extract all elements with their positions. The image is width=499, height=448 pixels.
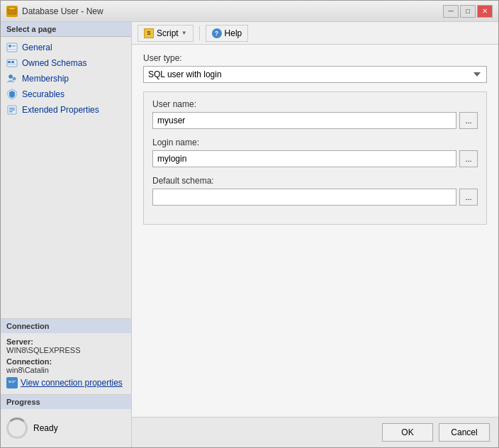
login-name-input-row: ...: [152, 150, 478, 167]
login-name-input[interactable]: [152, 150, 456, 167]
form-section-box: User name: ... Login name: ... Default s…: [143, 91, 487, 225]
help-icon: ?: [212, 28, 222, 38]
svg-rect-16: [9, 111, 13, 112]
server-label: Server:: [6, 337, 125, 346]
progress-section: Progress Ready: [1, 394, 131, 447]
progress-status: Ready: [33, 423, 58, 433]
connection-section: Connection Server: WIN8\SQLEXPRESS Conne…: [1, 318, 131, 394]
default-schema-group: Default schema: ...: [152, 176, 478, 206]
connection-link-icon: [6, 377, 18, 388]
svg-rect-19: [12, 381, 16, 381]
user-name-label: User name:: [152, 99, 478, 109]
user-name-input[interactable]: [152, 112, 456, 129]
script-label: Script: [157, 28, 179, 38]
sidebar-item-membership-label: Membership: [22, 74, 69, 84]
user-name-group: User name: ...: [152, 99, 478, 129]
membership-icon: [6, 73, 18, 84]
toolbar-separator: [199, 26, 200, 40]
progress-header: Progress: [1, 395, 131, 409]
progress-content: Ready: [6, 413, 125, 443]
connection-link-label: View connection properties: [21, 378, 123, 388]
view-connection-properties-link[interactable]: View connection properties: [6, 377, 125, 388]
progress-spinner: [6, 418, 28, 439]
sidebar-item-securables[interactable]: Securables: [1, 86, 131, 102]
title-bar-left: Database User - New: [6, 6, 103, 17]
svg-rect-14: [9, 108, 15, 108]
svg-rect-20: [12, 382, 14, 383]
sidebar-item-membership[interactable]: Membership: [1, 71, 131, 86]
content-area: S Script ▼ ? Help User type: SQL user wi…: [132, 22, 498, 447]
default-schema-label: Default schema:: [152, 176, 478, 186]
svg-rect-3: [7, 43, 17, 52]
sidebar-item-extended-properties[interactable]: Extended Properties: [1, 102, 131, 118]
user-type-label: User type:: [143, 53, 487, 63]
user-type-group: User type: SQL user with login SQL user …: [143, 53, 487, 83]
default-schema-input[interactable]: [152, 189, 456, 206]
svg-point-11: [9, 75, 13, 79]
svg-point-2: [9, 7, 15, 9]
title-text: Database User - New: [22, 6, 103, 16]
user-name-browse-button[interactable]: ...: [459, 112, 478, 129]
help-button[interactable]: ? Help: [206, 25, 249, 42]
close-button[interactable]: ✕: [477, 5, 493, 18]
main-layout: Select a page General: [1, 22, 498, 447]
svg-point-12: [13, 77, 16, 80]
sidebar-item-extended-properties-label: Extended Properties: [22, 105, 99, 115]
login-name-group: Login name: ...: [152, 138, 478, 167]
connection-label: Connection:: [6, 357, 125, 366]
app-icon: [6, 6, 18, 17]
sidebar: Select a page General: [1, 22, 132, 447]
connection-value: win8\Catalin: [6, 366, 125, 374]
server-value: WIN8\SQLEXPRESS: [6, 346, 125, 354]
script-dropdown-arrow: ▼: [181, 30, 187, 36]
user-name-input-row: ...: [152, 112, 478, 129]
toolbar: S Script ▼ ? Help: [132, 22, 498, 45]
sidebar-item-owned-schemas[interactable]: Owned Schemas: [1, 55, 131, 71]
svg-rect-10: [8, 64, 16, 65]
sidebar-item-general-label: General: [22, 43, 52, 52]
script-icon: S: [144, 28, 154, 38]
svg-rect-6: [8, 49, 16, 50]
svg-point-4: [9, 45, 11, 47]
svg-rect-5: [12, 45, 16, 47]
button-bar: OK Cancel: [132, 417, 498, 447]
general-icon: [6, 42, 18, 53]
extended-properties-icon: [6, 104, 18, 116]
svg-rect-18: [9, 381, 11, 383]
maximize-button[interactable]: □: [460, 5, 476, 18]
owned-schemas-icon: [6, 57, 18, 69]
default-schema-browse-button[interactable]: ...: [459, 189, 478, 206]
ok-button[interactable]: OK: [382, 423, 433, 442]
title-bar: Database User - New ─ □ ✕: [1, 1, 498, 22]
sidebar-nav: General Owned Schemas: [1, 37, 131, 318]
script-button[interactable]: S Script ▼: [138, 25, 194, 42]
help-label: Help: [225, 28, 242, 38]
sidebar-item-securables-label: Securables: [22, 89, 65, 99]
securables-icon: [6, 89, 18, 100]
svg-rect-8: [8, 61, 11, 63]
cancel-button[interactable]: Cancel: [439, 423, 490, 442]
svg-rect-15: [9, 110, 15, 111]
login-name-label: Login name:: [152, 138, 478, 147]
login-name-browse-button[interactable]: ...: [459, 150, 478, 167]
title-controls: ─ □ ✕: [443, 5, 493, 18]
connection-header: Connection: [1, 319, 131, 333]
svg-rect-9: [11, 61, 14, 63]
sidebar-item-general[interactable]: General: [1, 40, 131, 55]
form-content: User type: SQL user with login SQL user …: [132, 45, 498, 417]
sidebar-item-owned-schemas-label: Owned Schemas: [22, 58, 86, 68]
svg-rect-17: [7, 379, 17, 386]
select-page-header: Select a page: [1, 22, 131, 37]
minimize-button[interactable]: ─: [443, 5, 459, 18]
user-type-select[interactable]: SQL user with login SQL user without log…: [143, 66, 487, 83]
default-schema-input-row: ...: [152, 189, 478, 206]
